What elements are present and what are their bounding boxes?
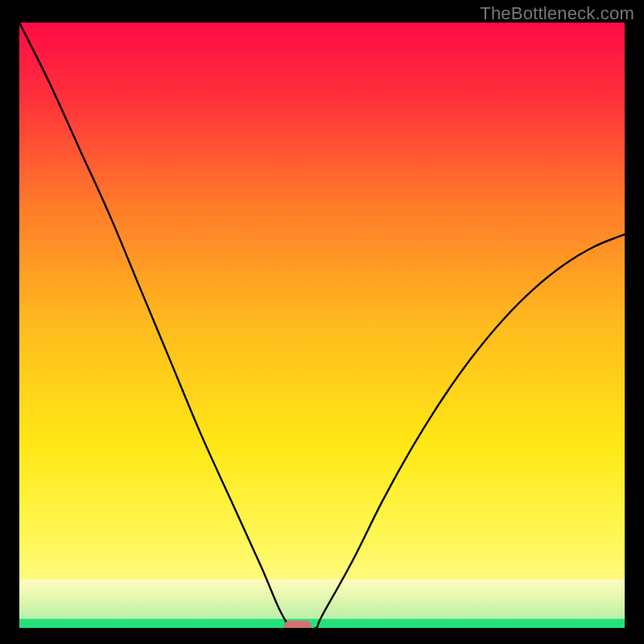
gradient-background [19,23,625,628]
watermark-text: TheBottleneck.com [480,3,634,24]
plot-area [19,23,625,628]
pale-band [19,580,625,619]
optimum-marker [284,621,312,628]
green-band [19,619,625,628]
chart-frame: TheBottleneck.com [0,0,644,644]
chart-svg [19,23,625,628]
